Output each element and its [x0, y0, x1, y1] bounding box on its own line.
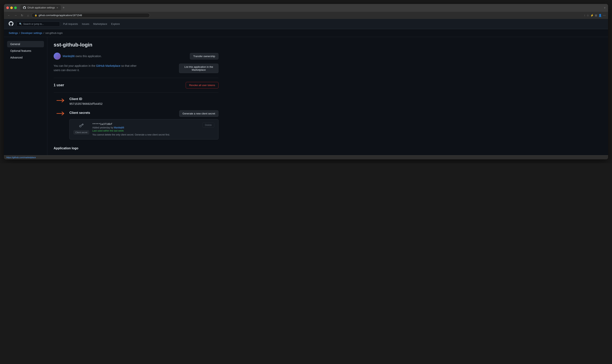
address-bar[interactable]: 🔒 github.com/settings/applications/18715… — [32, 13, 150, 18]
revoke-all-tokens-button[interactable]: Revoke all user tokens — [186, 82, 218, 89]
tab-favicon — [23, 6, 26, 9]
close-button[interactable] — [6, 6, 9, 9]
ownership-info: Manitej66 owns this application. — [54, 52, 102, 60]
lock-icon: 🔒 — [35, 14, 37, 16]
breadcrumb: Settings / Developer settings / sst-gith… — [4, 29, 608, 37]
sidebar-item-optional-features[interactable]: Optional features — [7, 48, 44, 54]
secret-added-by[interactable]: Manitej66 — [114, 126, 124, 129]
content-area: sst-github-login Manitej66 owns this app… — [47, 37, 225, 155]
application-logo-label: Application logo — [54, 146, 218, 150]
client-secrets-section: Client secrets Generate a new client sec… — [54, 110, 218, 143]
client-secrets-label: Client secrets — [69, 111, 90, 115]
list-in-marketplace-button[interactable]: List this application in theMarketplace — [179, 64, 218, 73]
avatar — [54, 52, 61, 60]
client-id-section: Client ID 9571535786602dfb4452 — [54, 97, 218, 110]
tab-title: OAuth application settings — [27, 6, 55, 9]
generate-secret-button[interactable]: Generate a new client secret — [179, 110, 218, 117]
client-id-arrow — [54, 97, 69, 103]
new-tab-button[interactable]: + — [63, 6, 65, 10]
breadcrumb-current: sst-github-login — [45, 31, 63, 35]
forward-button[interactable]: → — [13, 13, 18, 18]
home-button[interactable]: ⌂ — [26, 13, 30, 18]
github-logo — [9, 21, 14, 26]
client-id-label: Client ID — [69, 97, 218, 101]
status-url: https://github.com/marketplace — [6, 156, 36, 158]
secret-badge: Client secret — [74, 130, 89, 134]
maximize-button[interactable] — [14, 6, 17, 9]
secret-details: *****1a3716bf Added yesterday by Manitej… — [92, 122, 199, 136]
traffic-lights — [6, 6, 17, 9]
client-secrets-content: Client secrets Generate a new client sec… — [69, 110, 218, 143]
main-layout: General Optional features Advanced sst-g… — [4, 37, 608, 155]
client-id-content: Client ID 9571535786602dfb4452 — [69, 97, 218, 110]
profile-icon[interactable]: 👤 — [598, 14, 602, 17]
client-secrets-arrow — [54, 110, 69, 116]
search-placeholder: Search or jump to... — [23, 23, 44, 26]
minimize-button[interactable] — [10, 6, 13, 9]
nav-actions: ↑ ☆ ⚡ ⊞ 👤 ⋯ — [584, 14, 606, 17]
breadcrumb-settings[interactable]: Settings — [9, 31, 18, 35]
secret-last-used: Last used within the last week — [92, 130, 199, 132]
refresh-button[interactable]: ↻ — [20, 13, 25, 18]
title-bar: OAuth application settings ✕ + ∨ — [4, 4, 608, 12]
sidebar-item-advanced[interactable]: Advanced — [7, 54, 44, 61]
users-count: 1 user — [54, 83, 64, 87]
client-id-value: 9571535786602dfb4452 — [69, 103, 218, 105]
status-bar: https://github.com/marketplace — [4, 155, 608, 159]
page-title: sst-github-login — [54, 42, 218, 48]
svg-point-0 — [80, 125, 81, 127]
tab-close-icon[interactable]: ✕ — [56, 6, 58, 9]
marketplace-section: You can list your application in the Git… — [54, 64, 218, 73]
tab-bar: OAuth application settings ✕ + — [20, 5, 602, 10]
active-tab[interactable]: OAuth application settings ✕ — [20, 5, 61, 10]
ownership-section: Manitej66 owns this application. Transfe… — [54, 52, 218, 60]
ownership-text: Manitej66 owns this application. — [63, 54, 102, 58]
breadcrumb-sep-2: / — [43, 31, 44, 35]
delete-secret-button[interactable]: Delete — [202, 122, 214, 128]
divider-1 — [54, 78, 218, 78]
marketplace-description: You can list your application in the Git… — [54, 64, 138, 73]
github-nav-links: Pull requests Issues Marketplace Explore — [63, 23, 120, 26]
back-button[interactable]: ← — [6, 13, 12, 18]
breadcrumb-sep-1: / — [19, 31, 20, 35]
sidebar: General Optional features Advanced — [4, 37, 47, 155]
more-icon[interactable]: ⋯ — [603, 14, 606, 17]
tabs-icon[interactable]: ⊞ — [595, 14, 597, 17]
secret-warning: You cannot delete the only client secret… — [92, 133, 199, 136]
nav-issues[interactable]: Issues — [82, 23, 89, 26]
users-section: 1 user Revoke all user tokens — [54, 82, 218, 92]
github-marketplace-link[interactable]: GitHub Marketplace — [96, 64, 121, 67]
share-icon[interactable]: ↑ — [584, 14, 585, 17]
secret-card: Client secret *****1a3716bf Added yester… — [69, 119, 218, 140]
github-top-nav: 🔍 Search or jump to... Pull requests Iss… — [4, 19, 608, 29]
secret-actions: Delete — [202, 122, 214, 128]
search-icon: 🔍 — [19, 23, 22, 26]
secrets-header: Client secrets Generate a new client sec… — [69, 110, 218, 117]
transfer-ownership-button[interactable]: Transfer ownership — [190, 53, 218, 60]
sidebar-item-general[interactable]: General — [7, 41, 44, 47]
nav-marketplace[interactable]: Marketplace — [93, 23, 107, 26]
window-controls: ∨ — [604, 6, 606, 9]
extensions-icon[interactable]: ⚡ — [590, 14, 594, 17]
secret-icon-col: Client secret — [74, 122, 89, 134]
nav-explore[interactable]: Explore — [111, 23, 120, 26]
github-search[interactable]: 🔍 Search or jump to... — [16, 22, 60, 26]
nav-pull-requests[interactable]: Pull requests — [63, 23, 78, 26]
secret-meta: Added yesterday by Manitej66 — [92, 126, 199, 129]
url-text: github.com/settings/applications/1871548 — [39, 14, 82, 17]
nav-bar: ← → ↻ ⌂ 🔒 github.com/settings/applicatio… — [4, 12, 608, 19]
bookmark-icon[interactable]: ☆ — [586, 14, 589, 17]
breadcrumb-developer-settings[interactable]: Developer settings — [21, 31, 42, 35]
key-icon — [79, 122, 84, 129]
owner-username-link[interactable]: Manitej66 — [63, 54, 75, 58]
secret-value: *****1a3716bf — [92, 122, 199, 126]
